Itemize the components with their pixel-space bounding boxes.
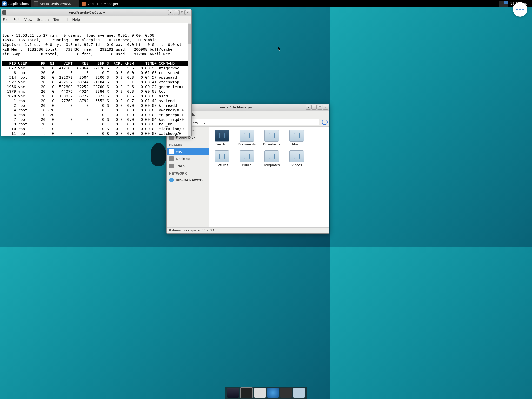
- file-label: Pictures: [212, 163, 232, 167]
- file-item-pictures[interactable]: Pictures: [212, 150, 232, 167]
- folder-icon: [215, 150, 229, 162]
- top-line2: Tasks: 136 total, 1 running, 86 sleeping…: [2, 38, 157, 42]
- folder-icon: [215, 130, 229, 142]
- menu-view[interactable]: View: [24, 18, 32, 22]
- top-line3: %Cpu(s): 1.5 us, 0.8 sy, 0.0 ni, 97.7 id…: [2, 43, 182, 47]
- window-maximize-button[interactable]: □: [179, 10, 185, 15]
- sidebar-item-desktop[interactable]: Desktop: [167, 155, 209, 162]
- file-label: Public: [237, 163, 257, 167]
- taskbar-item-filemanager[interactable]: vnc - File Manager: [79, 0, 121, 7]
- sidebar-item-trash[interactable]: Trash: [167, 162, 209, 170]
- fm-maximize-button[interactable]: □: [317, 105, 322, 110]
- folder-icon: [264, 130, 279, 142]
- sidebar-item-vnc[interactable]: vnc: [167, 148, 209, 155]
- file-item-templates[interactable]: Templates: [262, 150, 282, 167]
- terminal-scrollbar[interactable]: [188, 23, 191, 136]
- fm-path-input[interactable]: /home/vnc/: [185, 119, 319, 125]
- terminal-window: vnc@ruvds-8w0vu: ~ ▴ – □ × File Edit Vie…: [1, 9, 192, 136]
- fm-file-pane[interactable]: DesktopDocumentsDownloadsMusicPicturesPu…: [209, 127, 329, 227]
- terminal-menubar: File Edit View Search Terminal Help: [1, 16, 191, 23]
- menu-terminal[interactable]: Terminal: [53, 18, 68, 22]
- file-item-documents[interactable]: Documents: [237, 130, 257, 146]
- window-close-button[interactable]: ×: [185, 10, 190, 15]
- fm-minimize-button[interactable]: –: [311, 105, 317, 110]
- file-item-music[interactable]: Music: [287, 130, 307, 146]
- file-item-downloads[interactable]: Downloads: [262, 130, 282, 146]
- folder-icon: [264, 150, 279, 162]
- terminal-icon: [34, 1, 38, 6]
- xfce-logo-icon: [2, 1, 7, 6]
- folder-icon: [240, 130, 254, 142]
- file-label: Desktop: [212, 143, 232, 146]
- top-process-rows: 872 vnc 20 0 412100 67364 22120 S 2.3 5.…: [2, 66, 184, 136]
- terminal-window-icon: [2, 10, 6, 15]
- sidebar-network-header: NETWORK: [167, 170, 209, 176]
- taskbar-item-terminal[interactable]: vnc@ruvds-8w0vu: ~: [31, 0, 79, 7]
- top-line1: top - 11:53:21 up 27 min, 0 users, load …: [2, 33, 154, 37]
- fm-rollup-button[interactable]: ▴: [306, 105, 311, 110]
- terminal-body[interactable]: top - 11:53:21 up 27 min, 0 users, load …: [1, 23, 191, 136]
- menu-edit[interactable]: Edit: [13, 18, 20, 22]
- sidebar-item-browse-network[interactable]: Browse Network: [167, 176, 209, 184]
- file-label: Documents: [237, 143, 257, 146]
- file-label: Templates: [262, 163, 282, 167]
- file-label: Music: [287, 143, 307, 146]
- applications-menu[interactable]: Applications: [0, 1, 31, 6]
- folder-icon: [289, 150, 304, 162]
- fm-reload-button[interactable]: [321, 119, 328, 125]
- desktop-icon: [169, 156, 174, 161]
- file-label: Videos: [287, 163, 307, 167]
- file-item-desktop[interactable]: Desktop: [212, 130, 232, 146]
- menu-file[interactable]: File: [3, 18, 9, 22]
- menu-search[interactable]: Search: [37, 18, 49, 22]
- terminal-titlebar[interactable]: vnc@ruvds-8w0vu: ~ ▴ – □ ×: [1, 9, 191, 16]
- reload-icon: [322, 119, 328, 125]
- top-header-row: PID USER PR NI VIRT RES SHR S %CPU %MEM …: [2, 61, 190, 66]
- home-icon: [82, 2, 86, 6]
- applications-label: Applications: [8, 2, 29, 6]
- window-minimize-button[interactable]: –: [174, 10, 179, 15]
- home-icon: [169, 149, 174, 154]
- mouse-cursor: [278, 46, 282, 51]
- top-panel: Applications vnc@ruvds-8w0vu: ~ vnc - Fi…: [0, 0, 330, 7]
- trash-icon: [169, 164, 174, 168]
- top-line4: KiB Mem : 1232536 total, 733436 free, 29…: [2, 47, 172, 51]
- window-rollup-button[interactable]: ▴: [168, 10, 173, 15]
- menu-help[interactable]: Help: [72, 18, 80, 22]
- fm-statusbar: 8 items, Free space: 36.7 GB: [167, 227, 329, 233]
- network-icon: [169, 178, 174, 182]
- desktop-mouse-silhouette: [151, 143, 166, 166]
- taskbar-fm-label: vnc - File Manager: [88, 2, 118, 6]
- file-label: Downloads: [262, 143, 282, 146]
- file-item-videos[interactable]: Videos: [287, 150, 307, 167]
- sidebar-places-header: PLACES: [167, 141, 209, 148]
- top-line5: KiB Swap: 0 total, 0 free, 0 used. 91208…: [2, 52, 170, 56]
- fm-sidebar: File System Floppy Disk PLACES vnc Deskt…: [167, 127, 209, 227]
- fm-close-button[interactable]: ×: [323, 105, 328, 110]
- folder-icon: [289, 130, 304, 142]
- file-item-public[interactable]: Public: [237, 150, 257, 167]
- terminal-title: vnc@ruvds-8w0vu: ~: [6, 11, 168, 14]
- folder-icon: [240, 150, 254, 162]
- taskbar-terminal-label: vnc@ruvds-8w0vu: ~: [40, 2, 76, 6]
